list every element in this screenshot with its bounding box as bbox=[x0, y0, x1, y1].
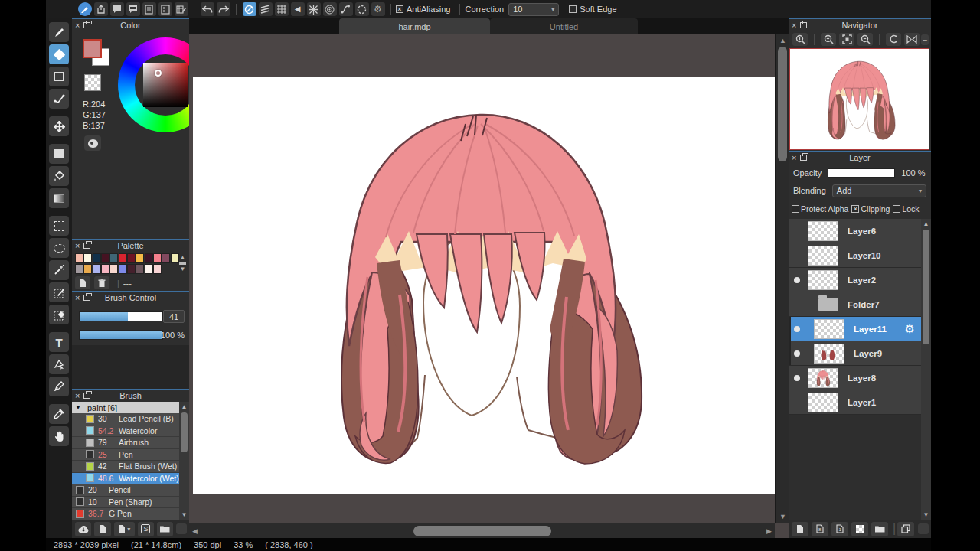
visibility-dot[interactable] bbox=[794, 277, 800, 283]
palette-swatch[interactable] bbox=[75, 253, 83, 263]
zoom-in-button[interactable] bbox=[821, 33, 836, 46]
palette-swatch[interactable] bbox=[75, 264, 83, 274]
brush-item[interactable]: 10Pen (Sharp) bbox=[72, 497, 179, 509]
duplicate-layer-button[interactable] bbox=[897, 522, 914, 536]
gradient-tool[interactable] bbox=[49, 188, 69, 208]
download-brush-button[interactable] bbox=[75, 522, 91, 536]
layer-row[interactable]: Layer1 bbox=[789, 390, 921, 415]
layer-row[interactable]: Layer2 bbox=[789, 268, 921, 292]
move-tool[interactable] bbox=[49, 116, 69, 136]
scrollbar-thumb[interactable] bbox=[181, 412, 188, 452]
fit-window-button[interactable] bbox=[839, 33, 854, 46]
vertical-scrollbar[interactable]: ▲ ▼ bbox=[775, 34, 789, 523]
clipping-checkbox[interactable] bbox=[851, 205, 859, 213]
scroll-down-icon[interactable]: ▼ bbox=[779, 513, 786, 520]
palette-swatch[interactable] bbox=[153, 264, 162, 274]
flip-view-button[interactable] bbox=[904, 33, 920, 46]
brush-item[interactable]: 30Lead Pencil (B) bbox=[72, 413, 179, 425]
hand-tool[interactable] bbox=[49, 426, 69, 446]
palette-swatch[interactable] bbox=[109, 253, 118, 263]
palette-swatch[interactable] bbox=[101, 253, 109, 263]
correction-dropdown[interactable]: 10 ▾ bbox=[508, 3, 559, 16]
palette-swatch[interactable] bbox=[119, 253, 127, 263]
brush-item[interactable]: 79Airbrush bbox=[72, 437, 179, 449]
sv-marker[interactable] bbox=[155, 70, 162, 77]
popout-icon[interactable] bbox=[83, 22, 90, 28]
magic-wand-tool[interactable] bbox=[49, 260, 69, 280]
snap-vanishing-button[interactable]: ◀ bbox=[291, 2, 305, 16]
scroll-right-icon[interactable]: ▶ bbox=[766, 527, 772, 535]
snap-off-button[interactable] bbox=[243, 2, 256, 16]
transparent-color-swatch[interactable] bbox=[84, 74, 101, 91]
palette-spinner[interactable]: ▲▼ bbox=[178, 255, 187, 272]
palette-swatch[interactable] bbox=[136, 264, 144, 274]
palette-swatch[interactable] bbox=[145, 264, 153, 274]
brush-item[interactable]: 42Flat Brush (Wet) bbox=[72, 461, 179, 473]
brush-group-header[interactable]: ▼paint [6] bbox=[72, 402, 179, 413]
snap-grid-button[interactable] bbox=[275, 2, 289, 16]
checklist-button[interactable] bbox=[158, 2, 172, 16]
scrollbar-thumb[interactable] bbox=[778, 47, 787, 161]
close-icon[interactable]: × bbox=[75, 21, 80, 30]
palette-swatch[interactable] bbox=[136, 253, 144, 263]
palette-swatch[interactable] bbox=[119, 264, 127, 274]
palette-swatch[interactable] bbox=[93, 253, 101, 263]
protect-alpha-checkbox[interactable] bbox=[792, 205, 799, 213]
snap-curve-button[interactable] bbox=[339, 2, 353, 16]
zoom-out-button[interactable] bbox=[858, 33, 873, 46]
snap-radial-button[interactable] bbox=[307, 2, 321, 16]
layer-row[interactable]: Layer8 bbox=[789, 366, 921, 390]
close-icon[interactable]: × bbox=[792, 21, 796, 30]
soft-edge-checkbox[interactable] bbox=[569, 5, 577, 13]
layer-row-folder[interactable]: Folder7 bbox=[789, 292, 921, 317]
edit-table-button[interactable] bbox=[175, 2, 188, 16]
brush-item[interactable]: 25Pen bbox=[72, 449, 179, 461]
blending-dropdown[interactable]: Add▾ bbox=[832, 184, 926, 197]
delete-color-button[interactable] bbox=[94, 276, 109, 289]
workspace[interactable] bbox=[189, 34, 789, 523]
script-brush-button[interactable]: S bbox=[138, 522, 154, 536]
zoom-reset-button[interactable] bbox=[792, 33, 808, 46]
export-button[interactable] bbox=[94, 2, 108, 16]
layer-row[interactable]: Layer10 bbox=[789, 243, 921, 268]
antialiasing-checkbox[interactable] bbox=[396, 5, 403, 13]
palette-swatch[interactable] bbox=[162, 253, 170, 263]
add-brush-button[interactable] bbox=[94, 522, 110, 536]
select-rect-tool[interactable] bbox=[49, 216, 69, 236]
brush-item[interactable]: 36.7G Pen bbox=[72, 508, 179, 520]
popout-icon[interactable] bbox=[83, 393, 90, 399]
palette-swatch[interactable] bbox=[109, 264, 118, 274]
popout-icon[interactable] bbox=[800, 22, 807, 28]
brush-item[interactable]: 20Pencil bbox=[72, 484, 179, 497]
shape-edit-tool[interactable] bbox=[49, 354, 69, 374]
palette-swatch[interactable] bbox=[83, 264, 92, 274]
popout-icon[interactable] bbox=[83, 243, 90, 249]
brush-tool[interactable] bbox=[49, 22, 69, 42]
close-icon[interactable]: × bbox=[75, 242, 80, 250]
layer-row-selected[interactable]: Layer11 ⚙ bbox=[789, 317, 921, 341]
snap-concentric-button[interactable] bbox=[323, 2, 337, 16]
add-1bit-layer-button[interactable]: 1 bbox=[831, 522, 848, 536]
panel-minimize-button[interactable]: – bbox=[918, 523, 929, 534]
layer-row[interactable]: Layer6 bbox=[789, 219, 921, 243]
panel-minimize-button[interactable]: – bbox=[176, 523, 187, 534]
paint-mode-button[interactable] bbox=[78, 2, 92, 16]
snap-settings-button[interactable]: ⚙ bbox=[371, 2, 385, 16]
undo-button[interactable] bbox=[201, 2, 214, 16]
add-layer-folder-button[interactable] bbox=[871, 522, 888, 536]
layer-row[interactable]: Layer9 bbox=[789, 341, 921, 366]
rotate-reset-button[interactable] bbox=[886, 33, 901, 46]
brush-item[interactable]: 54.2Watercolor bbox=[72, 425, 179, 438]
visibility-dot[interactable] bbox=[794, 326, 800, 332]
dot-pen-tool[interactable] bbox=[49, 89, 69, 109]
add-halftone-layer-button[interactable] bbox=[851, 522, 868, 536]
close-icon[interactable]: × bbox=[75, 392, 80, 400]
saturation-value-box[interactable] bbox=[143, 63, 188, 107]
popout-icon[interactable] bbox=[800, 155, 807, 161]
select-eraser-tool[interactable] bbox=[49, 305, 69, 324]
document-button[interactable] bbox=[142, 2, 156, 16]
text-tool[interactable]: T bbox=[49, 332, 69, 352]
fill-rect-tool[interactable] bbox=[49, 144, 69, 164]
layer-opacity-slider[interactable] bbox=[828, 168, 895, 178]
add-color-button[interactable] bbox=[75, 276, 90, 289]
